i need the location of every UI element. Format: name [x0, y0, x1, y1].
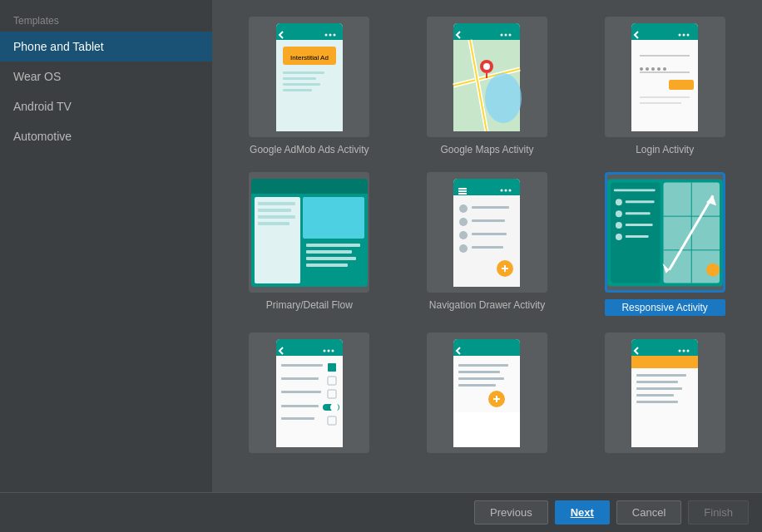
template-thumb-settings1[interactable]: [249, 332, 369, 453]
svg-point-74: [459, 244, 468, 253]
svg-rect-11: [283, 83, 320, 86]
template-label-login: Login Activity: [636, 144, 694, 155]
svg-point-112: [330, 403, 339, 411]
svg-point-37: [646, 67, 649, 71]
template-settings1[interactable]: [229, 332, 390, 460]
svg-point-39: [657, 67, 661, 71]
sidebar-item-automotive[interactable]: Automotive: [0, 121, 212, 151]
template-label-admob: Google AdMob Ads Activity: [250, 144, 369, 155]
template-label-responsive: Responsive Activity: [605, 299, 725, 316]
svg-rect-140: [636, 401, 678, 403]
svg-rect-126: [458, 384, 496, 387]
svg-point-64: [509, 189, 512, 191]
svg-rect-123: [458, 364, 508, 367]
template-thumb-admob[interactable]: Interstitial Ad: [249, 17, 369, 137]
svg-point-133: [679, 349, 681, 352]
svg-rect-47: [251, 186, 368, 194]
sidebar: Templates Phone and Tablet Wear OS Andro…: [0, 0, 212, 492]
sidebar-item-android-tv[interactable]: Android TV: [0, 91, 212, 121]
template-label-maps: Google Maps Activity: [440, 144, 533, 155]
template-thumb-settings3[interactable]: [605, 332, 725, 453]
template-label-nav-drawer: Navigation Drawer Activity: [429, 299, 545, 311]
svg-point-131: [687, 349, 690, 352]
svg-point-88: [706, 263, 720, 276]
template-admob[interactable]: Interstitial Ad Google AdMob Ads Activit…: [229, 17, 390, 155]
svg-rect-49: [258, 202, 295, 205]
svg-rect-53: [303, 197, 364, 239]
svg-point-68: [459, 204, 468, 213]
svg-rect-109: [281, 391, 321, 393]
template-primary-detail[interactable]: Primary/Detail Flow: [229, 172, 390, 316]
svg-rect-54: [306, 244, 360, 247]
template-thumb-nav-drawer[interactable]: [427, 172, 547, 293]
template-label-primary-detail: Primary/Detail Flow: [266, 299, 353, 311]
svg-text:Interstitial Ad: Interstitial Ad: [290, 54, 329, 62]
svg-rect-62: [458, 190, 467, 192]
svg-rect-10: [283, 77, 316, 80]
template-thumb-responsive[interactable]: [605, 172, 725, 293]
svg-point-33: [679, 33, 681, 36]
svg-point-103: [323, 349, 325, 352]
svg-rect-75: [472, 246, 503, 249]
svg-point-26: [483, 63, 490, 70]
svg-point-94: [616, 222, 622, 229]
svg-rect-9: [283, 71, 324, 74]
svg-rect-125: [458, 377, 504, 380]
svg-rect-134: [631, 356, 698, 368]
svg-rect-139: [636, 394, 674, 397]
sidebar-item-wear-os[interactable]: Wear OS: [0, 62, 212, 91]
svg-rect-80: [611, 182, 661, 283]
svg-rect-118: [453, 347, 520, 356]
svg-point-5: [324, 33, 327, 36]
svg-rect-93: [625, 212, 650, 214]
svg-rect-42: [669, 80, 694, 90]
svg-rect-61: [458, 188, 467, 190]
svg-rect-51: [258, 215, 295, 219]
template-maps[interactable]: Google Maps Activity: [407, 17, 568, 155]
svg-rect-69: [472, 206, 509, 209]
template-thumb-login[interactable]: [605, 17, 725, 137]
template-thumb-maps[interactable]: [427, 17, 547, 137]
svg-point-17: [505, 33, 507, 36]
svg-rect-91: [625, 200, 654, 203]
template-settings2[interactable]: [407, 332, 568, 460]
svg-point-92: [616, 210, 622, 217]
sidebar-item-phone-tablet[interactable]: Phone and Tablet: [0, 32, 212, 62]
svg-rect-97: [625, 234, 648, 237]
svg-rect-44: [640, 102, 681, 104]
svg-point-32: [683, 33, 685, 36]
previous-button[interactable]: Previous: [474, 500, 548, 525]
svg-rect-43: [640, 96, 690, 98]
sidebar-header: Templates: [0, 7, 212, 32]
template-login[interactable]: Login Activity: [584, 17, 745, 155]
template-settings3[interactable]: [584, 332, 745, 460]
svg-rect-105: [281, 364, 323, 367]
template-thumb-settings2[interactable]: [427, 332, 547, 453]
template-responsive[interactable]: Responsive Activity: [584, 172, 745, 316]
svg-rect-136: [636, 374, 686, 377]
svg-rect-89: [614, 189, 656, 191]
main-container: Templates Phone and Tablet Wear OS Andro…: [0, 0, 762, 492]
svg-rect-73: [472, 233, 507, 235]
svg-rect-135: [631, 368, 698, 447]
svg-point-65: [505, 189, 507, 191]
svg-rect-124: [458, 371, 500, 373]
svg-rect-50: [258, 209, 291, 212]
svg-rect-55: [306, 250, 352, 254]
svg-rect-138: [636, 387, 682, 390]
svg-point-90: [616, 199, 622, 205]
svg-point-18: [501, 33, 503, 36]
cancel-button[interactable]: Cancel: [616, 500, 681, 525]
svg-rect-2: [276, 32, 343, 40]
template-nav-drawer[interactable]: Navigation Drawer Activity: [407, 172, 568, 316]
svg-point-36: [640, 67, 643, 71]
svg-point-16: [509, 33, 512, 36]
svg-point-101: [331, 349, 334, 352]
svg-rect-95: [625, 224, 652, 226]
finish-button[interactable]: Finish: [688, 500, 749, 525]
next-button[interactable]: Next: [555, 500, 610, 525]
svg-rect-57: [306, 264, 348, 267]
svg-rect-63: [458, 193, 467, 195]
content-area: Interstitial Ad Google AdMob Ads Activit…: [212, 0, 762, 492]
template-thumb-primary-detail[interactable]: [249, 172, 369, 293]
